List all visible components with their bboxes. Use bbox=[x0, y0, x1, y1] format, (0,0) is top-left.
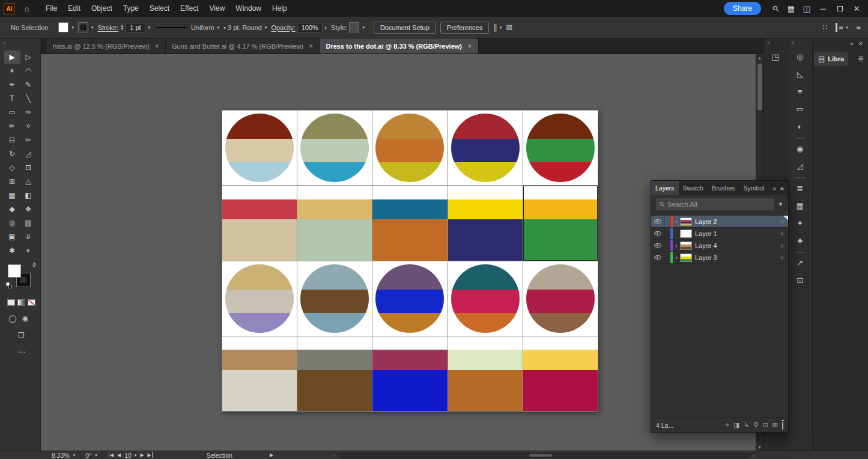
fill-swatch[interactable] bbox=[58, 22, 68, 32]
symbols-panel-icon[interactable]: ✦ bbox=[792, 215, 808, 231]
opacity-label[interactable]: Opacity: bbox=[271, 24, 295, 31]
menu-file[interactable]: File bbox=[40, 0, 62, 17]
arrange-documents-icon[interactable]: ▦ bbox=[784, 1, 798, 16]
layers-panel-icon[interactable]: ≣ bbox=[792, 180, 808, 196]
first-artboard-icon[interactable]: ◀ bbox=[109, 452, 114, 458]
layers-search-input[interactable] bbox=[667, 201, 771, 208]
stroke-weight-stepper[interactable]: ▲▼ bbox=[120, 25, 124, 31]
swatch-cell[interactable] bbox=[222, 336, 297, 411]
mesh-tool[interactable]: ▦ bbox=[4, 189, 20, 202]
swatch-cell[interactable] bbox=[448, 261, 523, 336]
menu-window[interactable]: Window bbox=[230, 0, 267, 17]
rectangle-tool[interactable]: ▭ bbox=[4, 106, 20, 119]
swatch-cell[interactable] bbox=[372, 336, 447, 411]
swatch-cell[interactable] bbox=[523, 261, 598, 336]
layer-target-icon[interactable]: ○ bbox=[781, 231, 784, 237]
symbol-sprayer-tool[interactable]: ◎ bbox=[4, 216, 20, 230]
visibility-toggle[interactable] bbox=[651, 252, 664, 263]
fill-color-indicator[interactable] bbox=[8, 264, 21, 278]
stepper-down-icon[interactable]: ▼ bbox=[120, 28, 124, 31]
menu-select[interactable]: Select bbox=[144, 0, 175, 17]
artboard-panel-icon[interactable]: ▭ bbox=[792, 101, 808, 117]
opacity-field[interactable]: 100% bbox=[297, 23, 323, 32]
layer-target-icon[interactable]: ○ bbox=[781, 255, 784, 261]
document-tab[interactable]: hats.ai @ 12.5 % (RGB/Preview)✕ bbox=[47, 38, 166, 53]
zoom-dropdown[interactable]: 8.33% ▾ bbox=[47, 451, 80, 459]
type-tool[interactable]: T bbox=[4, 92, 20, 105]
illustrator-logo[interactable]: Ai bbox=[4, 3, 15, 14]
swatches-panel-icon[interactable]: ▦ bbox=[792, 198, 808, 213]
artboards-panel-icon[interactable]: ⊡ bbox=[792, 272, 808, 288]
swatch-cell[interactable] bbox=[523, 186, 598, 260]
toolbar-collapse-icon[interactable]: « bbox=[0, 38, 40, 48]
panel-layout-icon[interactable]: ◫ bbox=[800, 1, 814, 16]
menu-type[interactable]: Type bbox=[118, 0, 144, 17]
color-panel-icon[interactable]: ◉ bbox=[792, 141, 808, 156]
swatch-cell[interactable] bbox=[222, 186, 297, 260]
column-graph-tool[interactable]: ▥ bbox=[20, 216, 37, 230]
new-layer-icon[interactable]: ⊞ bbox=[772, 421, 778, 429]
swatch-cell[interactable] bbox=[372, 261, 447, 336]
artboard-number-dropdown[interactable]: 10 ▾ bbox=[124, 452, 136, 459]
lasso-tool[interactable]: ◠ bbox=[20, 64, 37, 78]
width-profile-dropdown[interactable]: Uniform ▾ bbox=[154, 24, 219, 31]
close-icon[interactable]: ✕ bbox=[849, 1, 864, 16]
layer-thumbnail[interactable] bbox=[680, 230, 692, 238]
vertical-scroll-thumb[interactable] bbox=[757, 64, 762, 111]
lock-column[interactable] bbox=[664, 252, 670, 263]
layer-row[interactable]: Layer 1○ bbox=[651, 228, 788, 240]
lock-column[interactable] bbox=[664, 240, 670, 251]
swatch-cell[interactable] bbox=[297, 186, 372, 260]
control-panel-menu-icon[interactable]: ≡ bbox=[856, 23, 861, 32]
filter-sliders-icon[interactable]: ≣ bbox=[858, 55, 866, 63]
swatch-cell[interactable] bbox=[372, 186, 447, 260]
document-tab[interactable]: Guns and Butter.ai @ 4.17 % (RGB/Preview… bbox=[166, 38, 320, 53]
dock-collapse-icon[interactable]: « bbox=[788, 38, 813, 47]
horizontal-scrollbar[interactable]: ‹ › bbox=[334, 452, 754, 458]
horizontal-scroll-track[interactable] bbox=[338, 453, 751, 458]
grid-toggle-icon[interactable]: ∷ bbox=[822, 23, 827, 32]
gradient-panel-icon[interactable]: ◐ bbox=[792, 118, 808, 134]
curvature-tool[interactable]: ✎ bbox=[20, 78, 37, 91]
rotate-tool[interactable]: ↻ bbox=[4, 147, 20, 160]
default-fill-stroke-icon[interactable] bbox=[6, 282, 13, 288]
layer-thumbnail[interactable] bbox=[680, 242, 692, 250]
maximize-icon[interactable] bbox=[832, 1, 848, 16]
artboard-tool[interactable]: ▣ bbox=[4, 230, 20, 243]
paintbrush-tool[interactable]: ✑ bbox=[20, 106, 37, 119]
clipping-mask-icon[interactable]: ◨ bbox=[733, 421, 739, 429]
panel-expand-icon[interactable]: » bbox=[850, 40, 854, 47]
gradient-tool[interactable]: ◧ bbox=[20, 189, 37, 202]
perspective-grid-tool[interactable]: △ bbox=[20, 175, 37, 188]
expand-chevron-icon[interactable]: › bbox=[673, 254, 680, 261]
stroke-weight-field[interactable]: 1 pt bbox=[126, 23, 145, 32]
caret-icon[interactable]: ▾ bbox=[148, 25, 151, 30]
swatch-cell[interactable] bbox=[523, 336, 598, 411]
eyedropper-tool[interactable]: ◆ bbox=[4, 202, 20, 216]
swatch-cell[interactable] bbox=[297, 261, 372, 336]
libraries-tab[interactable]: ▤ Libra bbox=[814, 52, 848, 66]
blend-tool[interactable]: ❖ bbox=[20, 202, 37, 216]
swatch-cell[interactable] bbox=[372, 111, 447, 185]
horizontal-scroll-thumb[interactable] bbox=[529, 454, 552, 457]
close-tab-icon[interactable]: ✕ bbox=[309, 43, 314, 49]
direct-selection-tool[interactable]: ▷ bbox=[20, 50, 37, 64]
caret-icon[interactable]: ▾ bbox=[362, 25, 365, 30]
status-flyout-icon[interactable]: ▶ bbox=[270, 452, 273, 458]
preferences-button[interactable]: Preferences bbox=[440, 22, 489, 34]
slice-tool[interactable]: # bbox=[20, 230, 37, 243]
stroke-label[interactable]: Stroke: bbox=[97, 24, 118, 31]
stroke-color-dropdown[interactable]: ▾ bbox=[78, 22, 94, 32]
document-tab[interactable]: Dress to the dot.ai @ 8.33 % (RGB/Previe… bbox=[320, 38, 478, 53]
previous-artboard-icon[interactable]: ◀ bbox=[117, 452, 121, 458]
pencil-tool[interactable]: ✏ bbox=[4, 120, 20, 133]
none-mode-icon[interactable] bbox=[28, 299, 35, 306]
swatch-cell[interactable] bbox=[297, 111, 372, 185]
gradient-mode-icon[interactable] bbox=[17, 299, 25, 306]
fill-color-dropdown[interactable]: ▾ bbox=[58, 22, 74, 32]
style-swatch[interactable] bbox=[349, 22, 359, 32]
share-button[interactable]: Share bbox=[724, 2, 761, 15]
layer-thumbnail[interactable] bbox=[680, 217, 692, 226]
menu-object[interactable]: Object bbox=[86, 0, 118, 17]
shape-properties-icon[interactable]: ◺ bbox=[792, 66, 808, 82]
